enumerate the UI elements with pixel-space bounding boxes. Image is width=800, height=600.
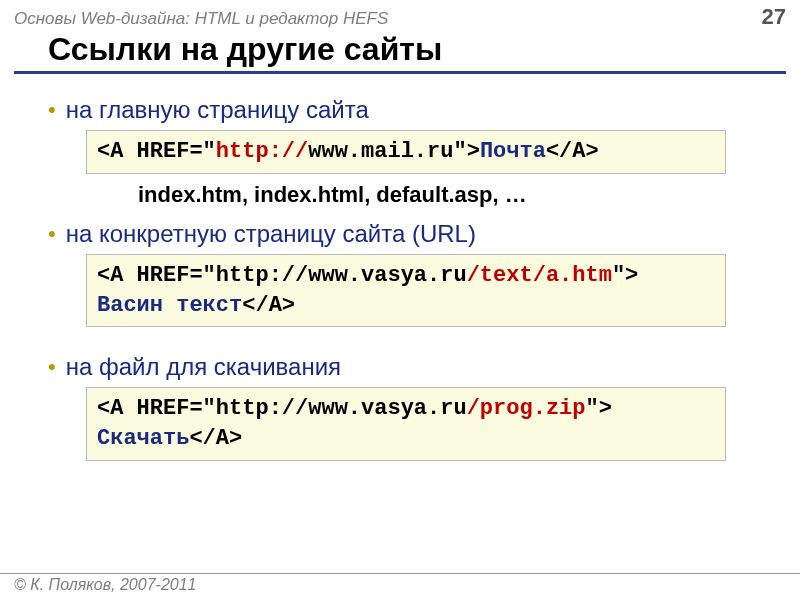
index-note: index.htm, index.html, default.asp, … <box>138 182 800 208</box>
bullet-main-page: • на главную страницу сайта <box>48 96 800 124</box>
code-text: </A> <box>546 139 599 164</box>
slide-footer: © К. Поляков, 2007-2011 <box>0 573 800 594</box>
code-text: </A> <box>189 426 242 451</box>
code-path: /prog.zip <box>467 396 586 421</box>
slide-content: • на главную страницу сайта <A HREF="htt… <box>0 74 800 460</box>
bullet-specific-page: • на конкретную страницу сайта (URL) <box>48 220 800 248</box>
code-linktext: Скачать <box>97 426 189 451</box>
code-text: </A> <box>242 293 295 318</box>
code-linktext: Васин текст <box>97 293 242 318</box>
code-example-1: <A HREF="http://www.mail.ru">Почта</A> <box>86 130 726 174</box>
top-bar: Основы Web-дизайна: HTML и редактор HEFS… <box>0 0 800 30</box>
code-text: "> <box>586 396 612 421</box>
course-name: Основы Web-дизайна: HTML и редактор HEFS <box>14 9 388 29</box>
bullet-icon: • <box>48 220 56 248</box>
code-text: www.mail.ru"> <box>308 139 480 164</box>
bullet-text: на главную страницу сайта <box>66 96 369 124</box>
code-text: <A HREF=" <box>97 139 216 164</box>
slide: Основы Web-дизайна: HTML и редактор HEFS… <box>0 0 800 600</box>
page-number: 27 <box>762 4 786 30</box>
bullet-download-file: • на файл для скачивания <box>48 353 800 381</box>
slide-title: Ссылки на другие сайты <box>14 32 786 74</box>
code-protocol: http:// <box>216 139 308 164</box>
code-path: /text/a.htm <box>467 263 612 288</box>
bullet-icon: • <box>48 96 56 124</box>
code-linktext: Почта <box>480 139 546 164</box>
title-wrap: Ссылки на другие сайты <box>0 30 800 74</box>
code-text: <A HREF="http://www.vasya.ru <box>97 396 467 421</box>
code-example-2: <A HREF="http://www.vasya.ru/text/a.htm"… <box>86 254 726 327</box>
bullet-icon: • <box>48 353 56 381</box>
code-text: "> <box>612 263 638 288</box>
bullet-text: на конкретную страницу сайта (URL) <box>66 220 476 248</box>
code-text: <A HREF="http://www.vasya.ru <box>97 263 467 288</box>
bullet-text: на файл для скачивания <box>66 353 341 381</box>
code-example-3: <A HREF="http://www.vasya.ru/prog.zip"> … <box>86 387 726 460</box>
